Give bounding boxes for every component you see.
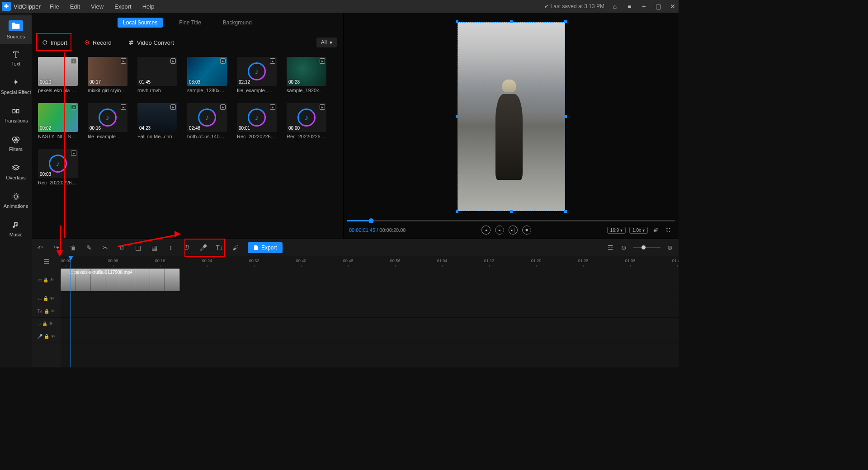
- sidebar-item-overlays[interactable]: Overlays: [0, 158, 32, 186]
- media-thumbnail[interactable]: ♪00:03▸: [38, 149, 78, 178]
- media-thumbnail[interactable]: ♪02:12▸: [237, 57, 277, 86]
- track-row-2[interactable]: [61, 292, 679, 305]
- mosaic-button[interactable]: ▦: [150, 244, 158, 252]
- media-thumbnail[interactable]: 01:45▸: [137, 57, 177, 86]
- media-thumbnail[interactable]: 00:28▸: [287, 57, 326, 86]
- timeline-view-button[interactable]: ☲: [606, 244, 614, 252]
- export-button[interactable]: Export: [248, 242, 283, 253]
- add-to-timeline-icon[interactable]: ▸: [320, 104, 325, 110]
- text-tool-button[interactable]: T↓: [215, 244, 223, 252]
- menu-edit[interactable]: Edit: [70, 3, 80, 10]
- next-frame-button[interactable]: ▸│: [509, 226, 518, 235]
- add-to-timeline-icon[interactable]: ▸: [121, 58, 126, 64]
- playback-speed-dropdown[interactable]: 1.0x ▾: [629, 227, 648, 234]
- window-maximize[interactable]: ▢: [654, 2, 662, 10]
- media-item[interactable]: 01:45▸rmvb.rmvb: [137, 57, 177, 93]
- preview-frame[interactable]: [458, 22, 565, 211]
- redo-button[interactable]: ↷: [52, 244, 61, 252]
- menu-file[interactable]: File: [50, 3, 59, 10]
- fullscreen-icon[interactable]: ⛶: [664, 226, 673, 235]
- crop-button[interactable]: ⧈: [118, 244, 126, 252]
- edit-button[interactable]: ✎: [85, 244, 93, 252]
- tab-fine-title[interactable]: Fine Title: [174, 18, 207, 28]
- snapshot-button[interactable]: ◫: [134, 244, 142, 252]
- add-to-timeline-icon[interactable]: ▸: [121, 104, 126, 110]
- media-thumbnail[interactable]: 00:20▸: [38, 57, 78, 86]
- media-thumbnail[interactable]: 03:03▸: [187, 57, 227, 86]
- preview-scrubber[interactable]: [347, 220, 675, 221]
- add-to-timeline-icon[interactable]: ▸: [270, 58, 275, 64]
- track-row-text[interactable]: [61, 305, 679, 318]
- mic-button[interactable]: 🎤: [199, 244, 207, 252]
- media-thumbnail[interactable]: ♪02:48▸: [187, 103, 227, 132]
- media-item[interactable]: 03:03▸sample_1280x72…: [187, 57, 227, 93]
- record-button[interactable]: Record: [80, 38, 115, 47]
- sidebar-item-special-effect[interactable]: Special Effect: [0, 72, 32, 101]
- playhead[interactable]: [71, 256, 71, 367]
- import-button[interactable]: Import: [38, 38, 71, 47]
- preview-stage[interactable]: [344, 13, 679, 220]
- menu-view[interactable]: View: [91, 3, 104, 10]
- media-item[interactable]: ♪00:03▸Rec_20220226_18…: [38, 149, 78, 185]
- media-item[interactable]: ♪02:12▸file_example_MP…: [237, 57, 277, 93]
- media-thumbnail[interactable]: 00:02▸: [38, 103, 78, 132]
- levels-button[interactable]: ⫾: [166, 244, 175, 252]
- media-thumbnail[interactable]: 00:17▸: [88, 57, 127, 86]
- home-icon[interactable]: ⌂: [611, 2, 619, 10]
- media-thumbnail[interactable]: 04:23▸: [137, 103, 177, 132]
- media-item[interactable]: ♪00:16▸file_example_WA…: [88, 103, 127, 139]
- volume-icon[interactable]: 🔊: [651, 226, 660, 235]
- stop-button[interactable]: ■: [522, 226, 531, 235]
- track-head-video[interactable]: ▭ 🔒 👁: [32, 268, 61, 292]
- zoom-slider[interactable]: [633, 247, 660, 248]
- media-item[interactable]: ♪00:00▸Rec_20220226_18…: [287, 103, 326, 139]
- track-row-mic[interactable]: [61, 330, 679, 343]
- hamburger-icon[interactable]: ≡: [625, 2, 633, 10]
- add-to-timeline-icon[interactable]: ▸: [320, 58, 325, 64]
- media-thumbnail[interactable]: ♪00:01▸: [237, 103, 277, 132]
- sidebar-item-animations[interactable]: Animations: [0, 186, 32, 215]
- prev-frame-button[interactable]: ◂: [481, 226, 491, 235]
- add-to-timeline-icon[interactable]: ▸: [71, 104, 76, 110]
- sidebar-item-filters[interactable]: Filters: [0, 129, 32, 158]
- sidebar-item-music[interactable]: Music: [0, 215, 32, 243]
- delete-button[interactable]: 🗑: [69, 244, 77, 252]
- sidebar-item-text[interactable]: Text: [0, 44, 32, 72]
- add-to-timeline-icon[interactable]: ▸: [170, 104, 176, 110]
- undo-button[interactable]: ↶: [36, 244, 44, 252]
- sidebar-item-transitions[interactable]: Transitions: [0, 101, 32, 129]
- media-thumbnail[interactable]: ♪00:16▸: [88, 103, 127, 132]
- window-close[interactable]: ✕: [669, 2, 677, 10]
- media-item[interactable]: 00:17▸mixkit-girl-crying…: [88, 57, 127, 93]
- zoom-out-button[interactable]: ⊖: [620, 244, 628, 252]
- timeline-clip[interactable]: ▭ pexels-ekrulila-9117908.mp4: [61, 268, 180, 291]
- media-thumbnail[interactable]: ♪00:00▸: [287, 103, 326, 132]
- track-head-text[interactable]: Tᴀ 🔒 👁: [32, 305, 61, 318]
- track-options-button[interactable]: ☰: [32, 256, 61, 268]
- tab-local-sources[interactable]: Local Sources: [118, 18, 163, 28]
- add-to-timeline-icon[interactable]: ▸: [71, 58, 76, 64]
- track-row-audio[interactable]: [61, 318, 679, 330]
- media-item[interactable]: 00:02▸NASTY_NO_SCOP…: [38, 103, 78, 139]
- split-button[interactable]: ✂: [101, 244, 109, 252]
- menu-help[interactable]: Help: [142, 3, 155, 10]
- window-minimize[interactable]: −: [640, 2, 648, 10]
- menu-export[interactable]: Export: [114, 3, 132, 10]
- add-to-timeline-icon[interactable]: ▸: [220, 58, 226, 64]
- media-filter-dropdown[interactable]: All ▾: [316, 38, 337, 47]
- media-item[interactable]: ♪02:48▸both-of-us-1403…: [187, 103, 227, 139]
- aspect-ratio-dropdown[interactable]: 16:9 ▾: [607, 227, 626, 234]
- media-item[interactable]: 04:23▸Fall on Me--chris…: [137, 103, 177, 139]
- scrubber-handle[interactable]: [368, 218, 373, 223]
- add-to-timeline-icon[interactable]: ▸: [71, 150, 76, 156]
- media-item[interactable]: 00:20▸pexels-ekrulila-9…: [38, 57, 78, 93]
- add-to-timeline-icon[interactable]: ▸: [170, 58, 176, 64]
- track-head-mic[interactable]: 🎤 🔒 👁: [32, 330, 61, 343]
- add-to-timeline-icon[interactable]: ▸: [220, 104, 226, 110]
- track-head-2[interactable]: ▭ 🔒 👁: [32, 292, 61, 305]
- video-track[interactable]: ▭ pexels-ekrulila-9117908.mp4: [61, 268, 679, 292]
- tab-background[interactable]: Background: [217, 18, 257, 28]
- speed-button[interactable]: ⏱: [183, 244, 191, 252]
- add-to-timeline-icon[interactable]: ▸: [270, 104, 275, 110]
- media-item[interactable]: ♪00:01▸Rec_20220226_18…: [237, 103, 277, 139]
